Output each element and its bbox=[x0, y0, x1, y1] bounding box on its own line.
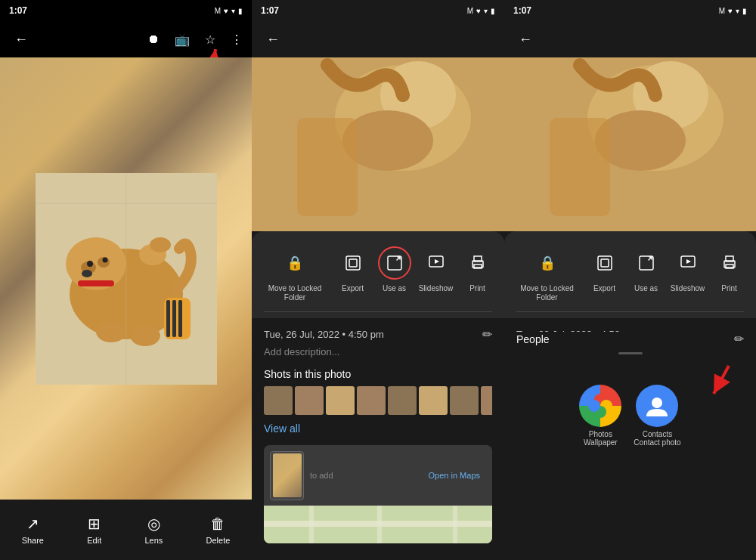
status-bar-1: 1:07 M ♥ ▾ ▮ bbox=[0, 0, 252, 21]
lens-button[interactable]: ◎ Lens bbox=[144, 515, 163, 545]
svg-point-12 bbox=[150, 237, 171, 252]
delete-icon: 🗑 bbox=[210, 515, 225, 533]
use-as-icon bbox=[386, 254, 404, 272]
lock-icon: 🔒 bbox=[287, 255, 303, 271]
export-button[interactable]: Export bbox=[332, 246, 373, 302]
svg-rect-44 bbox=[598, 256, 612, 270]
heart-icon: ♥ bbox=[224, 7, 228, 15]
svg-rect-10 bbox=[78, 280, 114, 286]
wifi-icon-2: ▾ bbox=[484, 7, 488, 15]
print-icon-wrap-3 bbox=[713, 246, 746, 280]
shot-thumb[interactable] bbox=[357, 386, 386, 415]
print-button-3[interactable]: Print bbox=[708, 246, 750, 302]
svg-rect-26 bbox=[346, 256, 360, 270]
svg-rect-38 bbox=[453, 506, 457, 543]
share-button[interactable]: ↗ Share bbox=[22, 515, 44, 545]
use-as-icon-3 bbox=[637, 254, 655, 272]
delete-button[interactable]: 🗑 Delete bbox=[206, 515, 231, 545]
people-edit-icon[interactable]: ✏ bbox=[734, 332, 744, 346]
use-as-button-3[interactable]: Use as bbox=[625, 246, 667, 302]
back-button-2[interactable]: ← bbox=[261, 27, 285, 51]
action-row-2: 🔒 Move to Locked Folder Export bbox=[252, 243, 504, 311]
map-location-text: to add bbox=[310, 471, 333, 480]
move-to-locked-button-3[interactable]: 🔒 Move to Locked Folder bbox=[510, 246, 584, 302]
view-all-link-2[interactable]: View all bbox=[264, 422, 492, 435]
photo-date-2: Tue, 26 Jul, 2022 • 4:50 pm bbox=[264, 329, 384, 340]
edit-button[interactable]: ⊞ Edit bbox=[87, 515, 101, 545]
print-button-2[interactable]: Print bbox=[457, 246, 498, 302]
panel-2: 1:07 M ♥ ▾ ▮ ← 🔒 bbox=[252, 0, 504, 560]
people-title: People bbox=[516, 333, 550, 345]
info-section-3: Tue, 26 Jul, 2022 • 4:50 pm ✏ Add descri… bbox=[504, 318, 756, 332]
divider-2 bbox=[264, 311, 492, 312]
star-icon[interactable]: ☆ bbox=[205, 32, 215, 47]
map-phone-preview: to add Open in Maps bbox=[264, 445, 492, 506]
back-button-1[interactable]: ← bbox=[9, 27, 33, 51]
status-icons-1: M ♥ ▾ ▮ bbox=[215, 7, 243, 15]
dog-photo-crop-3 bbox=[504, 57, 756, 231]
info-section-2: Tue, 26 Jul, 2022 • 4:50 pm ✏ Add descri… bbox=[252, 318, 504, 560]
top-bar-2: ← bbox=[252, 21, 504, 57]
shot-thumb[interactable] bbox=[295, 386, 324, 415]
phone-preview-icon bbox=[270, 451, 304, 500]
share-icon: ↗ bbox=[26, 515, 39, 533]
shot-thumb[interactable] bbox=[388, 386, 417, 415]
slideshow-button-3[interactable]: Slideshow bbox=[667, 246, 708, 302]
svg-rect-37 bbox=[377, 506, 382, 543]
shot-thumb[interactable] bbox=[419, 386, 448, 415]
photos-wallpaper-label: PhotosWallpaper bbox=[584, 430, 618, 447]
use-as-icon-wrap bbox=[378, 246, 411, 280]
status-icons-3: M ♥ ▾ ▮ bbox=[719, 7, 747, 15]
move-to-locked-label-3: Move to Locked Folder bbox=[510, 284, 584, 302]
top-bar-3: ← bbox=[504, 21, 756, 57]
svg-rect-17 bbox=[172, 300, 176, 337]
shot-thumb[interactable] bbox=[326, 386, 355, 415]
panel-3: 1:07 M ♥ ▾ ▮ ← 🔒 bbox=[504, 0, 756, 560]
add-description-2[interactable]: Add description... bbox=[264, 346, 492, 357]
export-button-3[interactable]: Export bbox=[584, 246, 625, 302]
cast-icon[interactable]: 📺 bbox=[175, 32, 190, 47]
use-as-label-3: Use as bbox=[634, 284, 658, 293]
lens-label: Lens bbox=[144, 536, 163, 545]
svg-point-13 bbox=[96, 321, 126, 342]
lock-icon-wrap-3: 🔒 bbox=[531, 246, 564, 280]
map-section-2: to add Open in Maps bbox=[264, 445, 492, 543]
svg-point-57 bbox=[588, 400, 600, 412]
date-row-2: Tue, 26 Jul, 2022 • 4:50 pm ✏ bbox=[264, 327, 492, 342]
heart-icon-2: ♥ bbox=[476, 7, 481, 15]
top-bar-1: ← ⏺ 📺 ☆ ⋮ bbox=[0, 21, 252, 57]
print-icon-3 bbox=[720, 254, 739, 272]
slideshow-label-3: Slideshow bbox=[671, 284, 705, 293]
export-icon-wrap-3 bbox=[588, 246, 621, 280]
wifi-icon: ▾ bbox=[231, 7, 235, 15]
svg-rect-18 bbox=[178, 300, 182, 337]
more-options-icon[interactable]: ⋮ bbox=[231, 32, 243, 47]
action-sheet-3: 🔒 Move to Locked Folder Export bbox=[504, 231, 756, 318]
lock-icon-wrap: 🔒 bbox=[278, 246, 311, 280]
status-bar-3: 1:07 M ♥ ▾ ▮ bbox=[504, 0, 756, 21]
dog-photo-crop bbox=[252, 57, 504, 231]
lens-icon: ◎ bbox=[147, 515, 160, 533]
svg-line-53 bbox=[714, 366, 729, 394]
edit-date-icon-2[interactable]: ✏ bbox=[482, 327, 492, 342]
delete-label: Delete bbox=[206, 536, 231, 545]
svg-point-7 bbox=[87, 261, 93, 267]
dog-illustration bbox=[36, 173, 217, 385]
red-arrow-2 bbox=[691, 362, 736, 400]
status-bar-2: 1:07 M ♥ ▾ ▮ bbox=[252, 0, 504, 21]
people-header: People ✏ bbox=[516, 332, 744, 346]
svg-point-14 bbox=[130, 325, 160, 346]
photo-top-2 bbox=[252, 57, 504, 231]
main-photo-panel1 bbox=[0, 57, 252, 500]
photo-top-3 bbox=[504, 57, 756, 231]
use-as-button[interactable]: Use as bbox=[373, 246, 415, 302]
heart-icon-3: ♥ bbox=[728, 7, 733, 15]
move-to-locked-button[interactable]: 🔒 Move to Locked Folder bbox=[258, 246, 332, 302]
slideshow-button-2[interactable]: Slideshow bbox=[415, 246, 457, 302]
shot-thumb[interactable] bbox=[481, 386, 492, 415]
history-icon[interactable]: ⏺ bbox=[147, 32, 160, 46]
back-button-3[interactable]: ← bbox=[513, 27, 538, 51]
open-in-maps-link[interactable]: Open in Maps bbox=[429, 471, 486, 480]
shot-thumb[interactable] bbox=[450, 386, 479, 415]
shot-thumb[interactable] bbox=[264, 386, 293, 415]
